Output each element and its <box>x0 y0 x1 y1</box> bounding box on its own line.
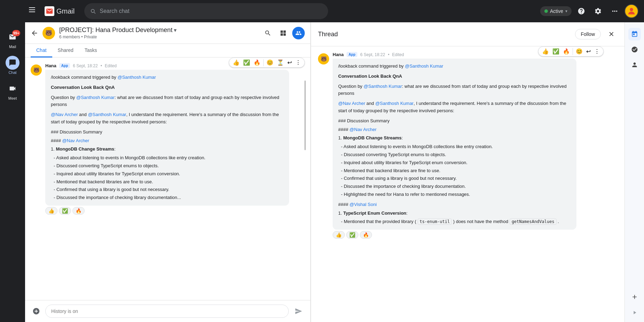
tasks-icon <box>631 46 638 53</box>
thread-msg-edited: Edited <box>392 52 404 57</box>
mongodb-item2: - Discussed converting TypeScript enums … <box>51 162 284 170</box>
question-prefix: Question by <box>51 95 76 100</box>
active-status-button[interactable]: Active ▾ <box>540 6 572 16</box>
thread-mongodb-bold: MongoDB Change Streams <box>343 135 402 140</box>
emoji-button[interactable]: 😊 <box>265 59 275 67</box>
search-chat-button[interactable] <box>262 27 274 39</box>
thread-msg-avatar: 🐻 <box>318 53 329 64</box>
right-nav <box>624 22 644 322</box>
user-avatar[interactable] <box>624 4 638 18</box>
reaction-check[interactable]: ✅ <box>59 207 71 215</box>
thread-react-check[interactable]: ✅ <box>551 47 561 55</box>
search-bar[interactable] <box>84 3 328 19</box>
thread-app-badge: App <box>347 52 357 57</box>
response-text: , I understand the requirement. Here's a… <box>51 112 279 124</box>
thread-command-line: /lookback command triggered by @Santhosh… <box>338 63 571 70</box>
thread-mongodb-item7: - Highlighted the need for Hana to refer… <box>338 191 571 198</box>
apps-button[interactable] <box>608 4 622 18</box>
add-attachment-button[interactable] <box>31 306 42 317</box>
tab-chat[interactable]: Chat <box>31 44 52 58</box>
sidebar-item-mail[interactable]: 99+ Mail <box>0 28 25 51</box>
thread-reaction-check[interactable]: ✅ <box>346 231 358 239</box>
thread-msg-reactions: 👍 ✅ 🔥 <box>333 231 618 239</box>
thread-react-thumbsup[interactable]: 👍 <box>541 47 550 55</box>
thread-title: Thread <box>318 31 571 38</box>
settings-button[interactable] <box>591 4 605 18</box>
thread-emoji-btn[interactable]: 😊 <box>574 47 584 55</box>
reaction-fire[interactable]: 🔥 <box>72 207 85 215</box>
add-icon <box>32 307 40 315</box>
tab-shared[interactable]: Shared <box>52 44 79 58</box>
thread-messages: 🐻 👍 ✅ 🔥 😊 ↩ ⋮ Hana App <box>311 46 624 322</box>
hamburger-button[interactable] <box>25 3 39 17</box>
thread-react-fire[interactable]: 🔥 <box>561 47 571 55</box>
reaction-thumbsup[interactable]: 👍 <box>45 207 57 215</box>
calendar-icon <box>631 31 638 38</box>
react-check[interactable]: ✅ <box>242 59 251 67</box>
thread-ts-item1: - Mentioned that the provided library ( … <box>338 218 571 225</box>
mongodb-item3: - Inquired about utility libraries for T… <box>51 170 284 178</box>
right-nav-add[interactable] <box>631 293 638 307</box>
thread-reaction-thumbsup[interactable]: 👍 <box>333 231 345 239</box>
ts-enum-util-code: ts-enum-util <box>418 219 452 225</box>
thread-mongodb-item6: - Discussed the importance of checking l… <box>338 183 571 190</box>
action-separator <box>263 59 264 66</box>
contacts-icon <box>631 61 638 68</box>
thread-mongodb-item1: - Asked about listening to events in Mon… <box>338 143 571 151</box>
help-button[interactable] <box>574 4 588 18</box>
toggle-view-button[interactable] <box>277 27 289 39</box>
gmail-wordmark: Gmail <box>56 7 75 15</box>
message-action-bar: 👍 ✅ 🔥 😊 ⏳ ↩ ⋮ <box>229 58 305 68</box>
reply-button[interactable]: ↩ <box>286 59 293 67</box>
thread-panel: Thread Follow ✕ 🐻 👍 ✅ 🔥 😊 ↩ ⋮ <box>311 22 624 322</box>
chat-title-chevron[interactable]: ▾ <box>174 27 177 33</box>
right-nav-contacts[interactable] <box>628 59 641 71</box>
thread-vishal-mention: @Vishal Soni <box>350 202 377 207</box>
topbar: Gmail Active ▾ <box>0 0 644 22</box>
follow-button[interactable]: Follow <box>575 29 601 39</box>
mongodb-item4: - Mentioned that backend libraries are f… <box>51 178 284 186</box>
add-icon <box>631 293 638 300</box>
people-button[interactable] <box>292 27 305 39</box>
thread-action-bar: 👍 ✅ 🔥 😊 ↩ ⋮ <box>538 46 604 56</box>
mail-label: Mail <box>9 45 16 49</box>
hamburger-icon <box>29 7 35 12</box>
question-line: Question by @Santhosh Kumar: what are we… <box>51 94 284 109</box>
thread-more-btn[interactable]: ⋮ <box>593 47 601 55</box>
chat-label: Chat <box>8 70 16 75</box>
msg-avatar: 🐻 <box>31 64 42 76</box>
right-nav-tasks[interactable] <box>628 43 641 56</box>
back-button[interactable] <box>31 29 38 37</box>
thread-mongodb-item3: - Inquired about utility libraries for T… <box>338 159 571 167</box>
right-nav-calendar[interactable] <box>628 28 641 40</box>
thread-mention-nav: @Nav Archer <box>338 101 365 106</box>
time-button[interactable]: ⏳ <box>276 59 285 67</box>
meet-icon-wrap <box>6 82 20 95</box>
right-nav-expand[interactable] <box>632 310 637 322</box>
msg-content: 👍 ✅ 🔥 😊 ⏳ ↩ ⋮ Hana App 6 Sept, 18:22 • <box>45 63 305 215</box>
send-button[interactable] <box>292 305 305 317</box>
tab-tasks[interactable]: Tasks <box>79 44 103 58</box>
mention-santhosh2: @Santhosh Kumar <box>76 95 115 100</box>
svg-point-0 <box>630 8 633 11</box>
meet-icon <box>9 85 16 92</box>
search-icon <box>90 8 96 14</box>
thread-reaction-fire[interactable]: 🔥 <box>360 231 372 239</box>
mail-badge: 99+ <box>12 30 20 36</box>
scroll-indicator <box>304 80 306 150</box>
msg-app-badge: App <box>59 63 70 68</box>
chat-icon-wrap <box>6 56 20 70</box>
close-thread-button[interactable]: ✕ <box>605 28 618 40</box>
message-input[interactable] <box>45 305 289 318</box>
sidebar-item-chat[interactable]: Chat <box>0 54 25 77</box>
more-button[interactable]: ⋮ <box>294 59 302 67</box>
left-nav: 99+ Mail Chat Meet <box>0 22 25 322</box>
chat-title-wrap: [PROJECT]: Hana Product Development ▾ 6 … <box>59 26 257 39</box>
chat-header-actions <box>262 27 305 39</box>
thread-reply-btn[interactable]: ↩ <box>585 47 592 55</box>
sidebar-item-meet[interactable]: Meet <box>0 79 25 102</box>
react-thumbsup[interactable]: 👍 <box>231 59 241 67</box>
react-fire[interactable]: 🔥 <box>252 59 262 67</box>
msg-edited: Edited <box>105 63 117 68</box>
search-input[interactable] <box>100 8 323 14</box>
